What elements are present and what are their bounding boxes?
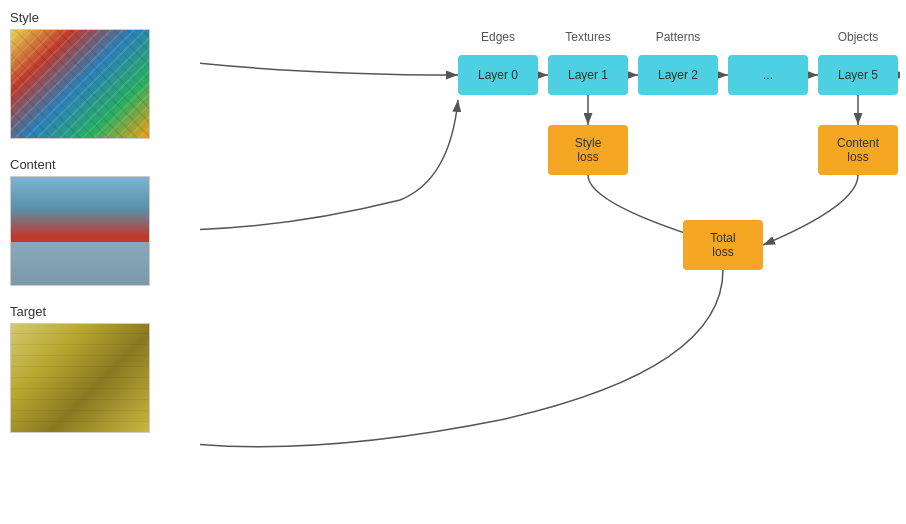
diagram: Edges Textures Patterns Objects Predicti…	[200, 0, 900, 524]
label-edges: Edges	[458, 30, 538, 44]
layer5-box: Layer 5	[818, 55, 898, 95]
arrow-contentloss-totalloss	[763, 175, 858, 245]
style-section: Style	[10, 10, 170, 139]
content-label: Content	[10, 157, 170, 172]
content-image	[10, 176, 150, 286]
content-section: Content	[10, 157, 170, 286]
layer2-box: Layer 2	[638, 55, 718, 95]
arrow-totalloss-target	[200, 270, 723, 447]
arrow-stylein-layer0	[200, 60, 458, 75]
target-image	[10, 323, 150, 433]
label-patterns: Patterns	[638, 30, 718, 44]
total-loss-box: Totalloss	[683, 220, 763, 270]
arrow-contentin-layer0	[200, 100, 458, 230]
layer0-box: Layer 0	[458, 55, 538, 95]
target-label: Target	[10, 304, 170, 319]
target-section: Target	[10, 304, 170, 433]
style-loss-box: Styleloss	[548, 125, 628, 175]
label-textures: Textures	[548, 30, 628, 44]
layer-dots-box: ...	[728, 55, 808, 95]
style-image	[10, 29, 150, 139]
label-objects: Objects	[818, 30, 898, 44]
layer1-box: Layer 1	[548, 55, 628, 95]
style-label: Style	[10, 10, 170, 25]
left-panel: Style Content Target	[10, 10, 170, 451]
content-loss-box: Contentloss	[818, 125, 898, 175]
